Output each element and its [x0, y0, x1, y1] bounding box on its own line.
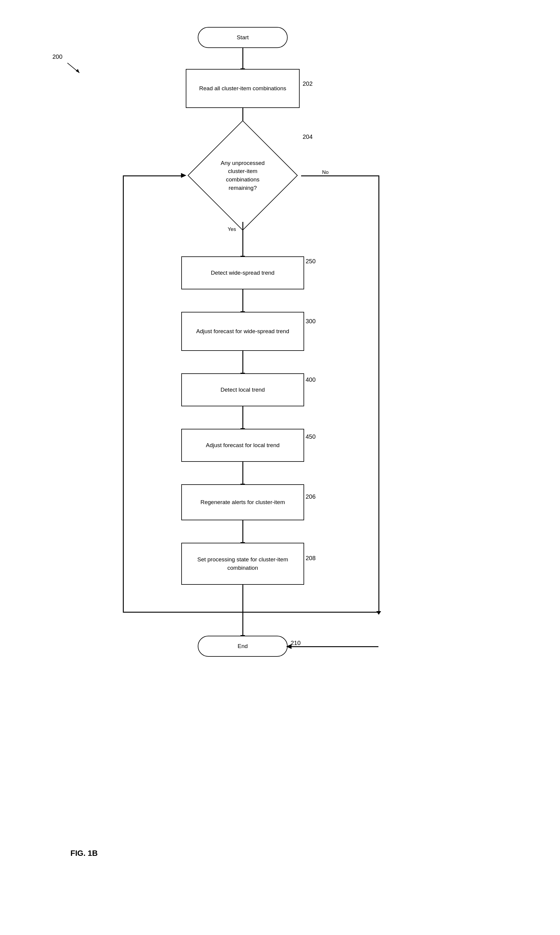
svg-marker-2 — [181, 173, 186, 178]
yes-label: Yes — [228, 227, 236, 232]
line-loop-right — [123, 176, 184, 176]
read-all-shape: Read all cluster-item combinations — [186, 69, 300, 108]
arrow-set-down — [242, 585, 243, 612]
line-loop-left — [123, 612, 243, 613]
read-all-ref: 202 — [303, 80, 312, 87]
adjust-local-ref: 450 — [306, 433, 315, 440]
regenerate-ref: 206 — [306, 493, 315, 500]
end-shape: End — [198, 636, 288, 657]
end-label: End — [238, 642, 248, 650]
adjust-widespread-ref: 300 — [306, 318, 315, 325]
diamond-ref: 204 — [303, 133, 312, 140]
adjust-local-label: Adjust forecast for local trend — [206, 441, 280, 449]
svg-marker-3 — [286, 644, 292, 649]
diamond-label: Any unprocessed cluster-item combination… — [213, 156, 273, 195]
arrow-regen-set — [242, 520, 243, 543]
regenerate-label: Regenerate alerts for cluster-item — [200, 498, 285, 506]
start-label: Start — [237, 33, 249, 42]
no-label: No — [322, 170, 329, 176]
diagram-container: 200 Start Read all cluster-item combinat… — [0, 0, 560, 935]
detect-widespread-label: Detect wide-spread trend — [211, 269, 274, 277]
set-processing-label: Set processing state for cluster-item co… — [182, 555, 303, 572]
adjust-widespread-shape: Adjust forecast for wide-spread trend — [181, 312, 304, 351]
diamond-wrapper: Any unprocessed cluster-item combination… — [184, 129, 301, 222]
detect-local-label: Detect local trend — [220, 386, 265, 394]
line-no-to-end — [288, 646, 378, 647]
detect-widespread-ref: 250 — [306, 258, 315, 265]
svg-marker-1 — [76, 69, 79, 73]
arrow-adj-detect-local — [242, 351, 243, 373]
end-ref: 210 — [291, 640, 300, 646]
arrow-no-end-head — [286, 644, 292, 650]
arrow-detect-adj — [242, 289, 243, 312]
fig-label: FIG. 1B — [71, 849, 98, 858]
line-no-bottom — [243, 612, 378, 613]
start-shape: Start — [198, 27, 288, 48]
arrow-detect-local-adj — [242, 406, 243, 429]
arrow-loop-head — [181, 173, 187, 178]
adjust-widespread-label: Adjust forecast for wide-spread trend — [196, 327, 289, 336]
detect-local-ref: 400 — [306, 376, 315, 383]
arrow-to-end — [242, 612, 243, 636]
regenerate-shape: Regenerate alerts for cluster-item — [181, 484, 304, 520]
detect-local-shape: Detect local trend — [181, 373, 304, 406]
diagram-ref-label: 200 — [52, 53, 62, 60]
ref-arrow — [66, 62, 84, 76]
arrow-adj-local-regen — [242, 462, 243, 484]
line-no-right — [301, 176, 379, 176]
adjust-local-shape: Adjust forecast for local trend — [181, 429, 304, 462]
arrow-start-read — [242, 48, 243, 69]
line-loop-vertical — [123, 176, 124, 612]
line-no-vertical — [378, 176, 379, 612]
set-processing-shape: Set processing state for cluster-item co… — [181, 543, 304, 585]
arrow-diamond-detect — [242, 222, 243, 256]
set-processing-ref: 208 — [306, 555, 315, 562]
read-all-label: Read all cluster-item combinations — [199, 84, 286, 93]
detect-widespread-shape: Detect wide-spread trend — [181, 256, 304, 289]
